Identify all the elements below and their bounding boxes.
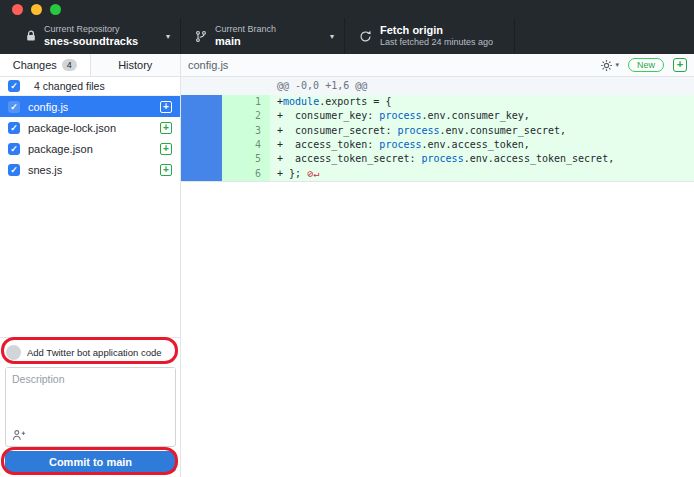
- line-number: 2: [222, 109, 270, 123]
- repository-label: Current Repository: [44, 24, 138, 35]
- select-all-checkbox[interactable]: ✓: [8, 80, 20, 92]
- diff-options-button[interactable]: ▾: [600, 59, 619, 72]
- app-window: Current Repository snes-soundtracks ▾ Cu…: [0, 0, 694, 477]
- diff-lines: 1+module.exports = {2+ consumer_key: pro…: [181, 95, 694, 181]
- file-row[interactable]: ✓package-lock.json+: [0, 117, 180, 138]
- diff-line-content: + access_token: process.env.access_token…: [270, 138, 694, 152]
- line-selection-gutter[interactable]: [181, 109, 222, 123]
- diff-line: 6+ }; ⊘↵: [181, 167, 694, 181]
- diff-line-content: + access_token_secret: process.env.acces…: [270, 152, 694, 166]
- tab-history-label: History: [118, 59, 152, 71]
- tab-changes[interactable]: Changes 4: [0, 54, 90, 76]
- zoom-window-button[interactable]: [50, 4, 61, 15]
- added-file-icon: +: [160, 101, 172, 113]
- commit-summary-row: [6, 341, 174, 363]
- chevron-down-icon: ▾: [615, 61, 619, 69]
- tab-history[interactable]: History: [90, 54, 181, 76]
- lock-icon: [26, 30, 36, 42]
- changed-files-list: ✓config.js+✓package-lock.json+✓package.j…: [0, 96, 180, 180]
- line-selection-gutter[interactable]: [181, 95, 222, 109]
- file-checkbox[interactable]: ✓: [8, 122, 20, 134]
- line-number: 6: [222, 167, 270, 181]
- changes-count-badge: 4: [62, 59, 77, 71]
- diff-line: 5+ access_token_secret: process.env.acce…: [181, 152, 694, 166]
- line-selection-gutter[interactable]: [181, 124, 222, 138]
- close-window-button[interactable]: [12, 4, 23, 15]
- chevron-down-icon: ▾: [330, 32, 334, 41]
- diff-line: 1+module.exports = {: [181, 95, 694, 109]
- diff-line-content: + consumer_key: process.env.consumer_key…: [270, 109, 694, 123]
- changed-files-label: 4 changed files: [34, 80, 105, 92]
- commit-button[interactable]: Commit to main: [5, 451, 176, 472]
- commit-description-input[interactable]: [6, 368, 175, 423]
- new-file-badge: New: [628, 58, 664, 72]
- diff-line: 4+ access_token: process.env.access_toke…: [181, 138, 694, 152]
- titlebar: Current Repository snes-soundtracks ▾ Cu…: [0, 0, 694, 54]
- traffic-lights: [0, 0, 694, 18]
- file-row[interactable]: ✓config.js+: [0, 96, 180, 117]
- current-repository-dropdown[interactable]: Current Repository snes-soundtracks ▾: [0, 18, 181, 54]
- diff-line: 2+ consumer_key: process.env.consumer_ke…: [181, 109, 694, 123]
- file-name: package-lock.json: [28, 122, 116, 134]
- chevron-down-icon: ▾: [166, 32, 170, 41]
- file-name: config.js: [28, 101, 68, 113]
- line-selection-gutter[interactable]: [181, 138, 222, 152]
- file-checkbox[interactable]: ✓: [8, 101, 20, 113]
- commit-form: Commit to main: [0, 337, 180, 477]
- sidebar-tabs: Changes 4 History: [0, 54, 180, 77]
- branch-name: main: [215, 35, 276, 49]
- diff-pane: config.js ▾ New + @@ -0,0 +1,6 @@ 1+modu…: [181, 54, 694, 477]
- line-selection-gutter[interactable]: [181, 152, 222, 166]
- hunk-header: @@ -0,0 +1,6 @@: [181, 77, 694, 95]
- file-checkbox[interactable]: ✓: [8, 164, 20, 176]
- fetch-origin-button[interactable]: Fetch origin Last fetched 24 minutes ago: [345, 18, 515, 54]
- toolbar: Current Repository snes-soundtracks ▾ Cu…: [0, 18, 694, 54]
- added-file-icon: +: [160, 164, 172, 176]
- changed-files-header: ✓ 4 changed files: [0, 77, 180, 96]
- diff-header: config.js ▾ New +: [181, 54, 694, 77]
- git-branch-icon: [195, 30, 207, 43]
- line-selection-gutter[interactable]: [181, 167, 222, 181]
- file-row[interactable]: ✓package.json+: [0, 138, 180, 159]
- file-row[interactable]: ✓snes.js+: [0, 159, 180, 180]
- add-coauthor-icon[interactable]: [12, 429, 26, 441]
- fetch-label: Fetch origin: [380, 24, 493, 38]
- line-number: 4: [222, 138, 270, 152]
- commit-description-box: [5, 367, 176, 447]
- file-name: snes.js: [28, 164, 62, 176]
- line-number: 5: [222, 152, 270, 166]
- diff-line: 3+ consumer_secret: process.env.consumer…: [181, 124, 694, 138]
- plus-icon[interactable]: +: [673, 58, 687, 72]
- avatar: [6, 345, 21, 360]
- changes-sidebar: Changes 4 History ✓ 4 changed files ✓con…: [0, 54, 181, 477]
- diff-line-content: +module.exports = {: [270, 95, 694, 109]
- current-branch-dropdown[interactable]: Current Branch main ▾: [181, 18, 345, 54]
- added-file-icon: +: [160, 143, 172, 155]
- diff-line-content: + }; ⊘↵: [270, 167, 694, 181]
- gear-icon: [600, 59, 613, 72]
- added-file-icon: +: [160, 122, 172, 134]
- fetch-sublabel: Last fetched 24 minutes ago: [380, 37, 493, 48]
- commit-summary-input[interactable]: [27, 347, 174, 358]
- diff-line-content: + consumer_secret: process.env.consumer_…: [270, 124, 694, 138]
- diff-file-name: config.js: [188, 59, 228, 71]
- file-name: package.json: [28, 143, 93, 155]
- branch-label: Current Branch: [215, 24, 276, 35]
- line-number: 3: [222, 124, 270, 138]
- tab-changes-label: Changes: [13, 59, 57, 71]
- repository-name: snes-soundtracks: [44, 35, 138, 49]
- minimize-window-button[interactable]: [31, 4, 42, 15]
- sync-icon: [359, 30, 372, 43]
- diff-view: @@ -0,0 +1,6 @@ 1+module.exports = {2+ c…: [181, 77, 694, 182]
- line-number: 1: [222, 95, 270, 109]
- file-checkbox[interactable]: ✓: [8, 143, 20, 155]
